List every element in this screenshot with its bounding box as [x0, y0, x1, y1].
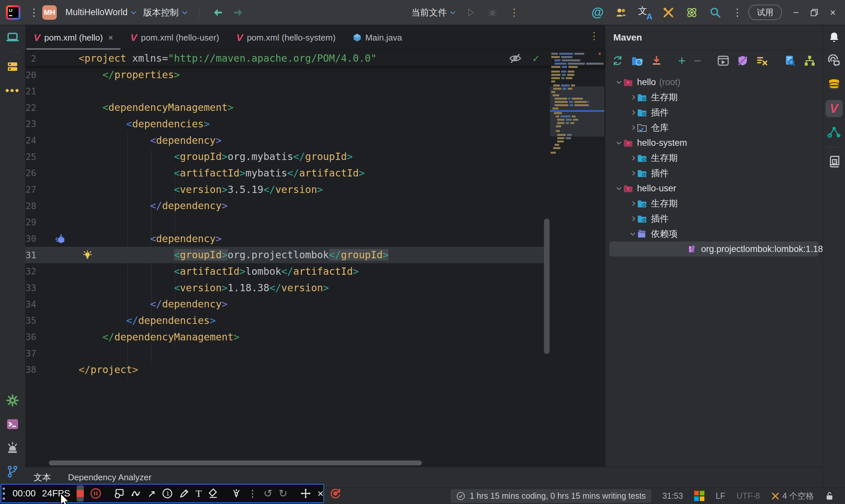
show-dependency-tree-icon[interactable] — [804, 55, 816, 67]
tree-chevron-icon[interactable] — [615, 142, 623, 144]
redo-icon[interactable]: ↻ — [279, 487, 287, 500]
code-line[interactable]: 21 — [25, 83, 544, 100]
settings-icon[interactable] — [4, 392, 21, 409]
code-line[interactable]: 25 <groupId>org.mybatis</groupId> — [25, 148, 544, 165]
forward-icon[interactable] — [232, 7, 244, 18]
move-toolbar-icon[interactable] — [300, 488, 311, 499]
editor-tab[interactable]: Vpom.xml (hello-user) — [122, 25, 228, 50]
tree-chevron-icon[interactable] — [629, 202, 637, 205]
code-line[interactable]: 27 <version>3.5.19</version> — [25, 181, 544, 198]
arrow-tool-icon[interactable]: ↗ — [147, 488, 156, 499]
tree-chevron-icon[interactable] — [629, 156, 637, 160]
windows-logo-icon[interactable] — [694, 491, 704, 501]
code-line[interactable]: 29 — [25, 214, 544, 231]
maven-tree-item[interactable]: 插件 — [609, 105, 818, 120]
database-icon[interactable] — [826, 76, 843, 93]
dependency-gutter-icon[interactable] — [55, 233, 67, 245]
debug-icon[interactable] — [488, 7, 497, 17]
back-icon[interactable] — [213, 7, 224, 18]
more-actions-icon[interactable]: ⋮ — [733, 9, 737, 16]
no-problems-check-icon[interactable]: ✓ — [533, 52, 539, 65]
maven-tree-item[interactable]: 依赖项 — [609, 226, 818, 241]
maven-tree-item[interactable]: 生存期 — [609, 90, 818, 105]
session-timer[interactable]: 31:53 — [663, 491, 683, 501]
code-line[interactable]: 33 <version>1.18.38</version> — [25, 280, 544, 296]
run-configuration-selector[interactable]: 当前文件 — [411, 6, 454, 18]
main-menu-icon[interactable]: ⋮ — [29, 9, 34, 16]
run-maven-goal-icon[interactable] — [717, 55, 729, 67]
code-line[interactable]: 22 <dependencyManagement> — [25, 99, 544, 116]
number-badge-tool-icon[interactable]: 1 — [162, 488, 173, 499]
tree-chevron-icon[interactable] — [629, 96, 637, 99]
maven-tree-item[interactable]: 仓库 — [609, 120, 818, 135]
more-tool-windows-icon[interactable]: ••• — [4, 82, 21, 99]
remove-icon[interactable]: − — [693, 53, 701, 68]
code-line[interactable]: 24 <dependency> — [25, 132, 544, 149]
editor-tab[interactable]: Vpom.xml (hello-system) — [228, 25, 344, 50]
project-avatar[interactable]: MH — [42, 5, 57, 20]
generate-sources-folder-icon[interactable] — [631, 55, 643, 67]
code-line[interactable]: 31 <groupId>org.projectlombok</groupId> — [25, 247, 544, 263]
tools-icon[interactable] — [663, 6, 674, 18]
restart-recording-icon[interactable] — [330, 488, 341, 499]
stop-recording-button[interactable] — [76, 485, 84, 502]
code-line[interactable]: 32 <artifactId>lombok</artifactId> — [25, 263, 544, 280]
ai-assistant-icon[interactable]: @ — [592, 5, 604, 19]
code-line[interactable]: 35 </dependencies> — [25, 312, 544, 329]
reimport-icon[interactable] — [612, 55, 623, 66]
close-recorder-icon[interactable]: × — [318, 487, 324, 500]
lock-icon[interactable] — [825, 491, 834, 501]
run-icon[interactable] — [466, 7, 476, 17]
code-line[interactable]: 36 </dependencyManagement> — [25, 329, 544, 345]
code-line[interactable]: 34 </dependency> — [25, 296, 544, 312]
shape-tool-icon[interactable] — [114, 488, 124, 499]
skip-tests-icon[interactable] — [737, 55, 748, 66]
notifications-bell-icon[interactable] — [826, 29, 843, 46]
execute-goal-icon[interactable] — [756, 55, 768, 67]
share-nodes-icon[interactable] — [826, 124, 843, 141]
documentation-book-icon[interactable]: A — [826, 153, 843, 170]
maven-tree-item[interactable]: 生存期 — [609, 196, 818, 211]
indent-widget[interactable]: 4 个空格 — [771, 490, 814, 501]
search-everywhere-icon[interactable] — [709, 6, 721, 18]
tree-chevron-icon[interactable] — [629, 111, 637, 114]
vertical-scrollbar[interactable] — [544, 219, 550, 354]
code-line[interactable]: 28 </dependency> — [25, 198, 544, 214]
run-more-icon[interactable]: ⋮ — [509, 9, 514, 16]
maven-tree-item[interactable]: hello-user — [609, 181, 818, 196]
close-icon[interactable]: × — [830, 7, 836, 18]
tree-chevron-icon[interactable] — [615, 81, 623, 83]
project-view-icon[interactable] — [4, 29, 21, 46]
code-editor[interactable]: 20 </properties>2122 <dependencyManageme… — [25, 50, 605, 467]
minimize-icon[interactable]: − — [793, 7, 799, 18]
time-tracking-widget[interactable]: 1 hrs 15 mins coding, 0 hrs 15 mins writ… — [451, 489, 651, 503]
code-line[interactable]: 38</project> — [25, 361, 544, 378]
tree-chevron-icon[interactable] — [629, 126, 637, 129]
maven-tree-item[interactable]: hello-system — [609, 135, 818, 150]
trial-badge[interactable]: 试用 — [748, 5, 782, 20]
vcs-widget[interactable]: 版本控制 — [143, 6, 186, 18]
code-line[interactable]: 23 <dependencies> — [25, 116, 544, 132]
code-with-me-icon[interactable] — [615, 6, 627, 18]
ai-chat-icon[interactable] — [826, 52, 843, 70]
code-line[interactable]: 20 </properties> — [25, 67, 544, 83]
pause-recording-button[interactable] — [90, 488, 101, 499]
tree-chevron-icon[interactable] — [615, 187, 623, 189]
line-ending-widget[interactable]: LF — [716, 491, 725, 501]
eraser-tool-icon[interactable] — [208, 488, 218, 499]
editor-tab[interactable]: Vpom.xml (hello)× — [25, 25, 122, 50]
translate-icon[interactable]: 文 A — [638, 6, 651, 19]
code-line[interactable]: 30 <dependency> — [25, 231, 544, 247]
text-tool-icon[interactable]: T — [196, 488, 202, 499]
spotlight-tool-icon[interactable] — [231, 488, 242, 499]
add-icon[interactable]: + — [678, 53, 686, 68]
maven-tree-item[interactable]: 插件 — [609, 211, 818, 226]
git-icon[interactable] — [4, 463, 21, 480]
tree-chevron-icon[interactable] — [629, 172, 637, 175]
plugin-atom-icon[interactable] — [686, 6, 698, 19]
services-icon[interactable] — [4, 58, 21, 75]
pencil-tool-icon[interactable] — [179, 488, 190, 499]
maven-tree-item[interactable]: 生存期 — [609, 150, 818, 166]
intention-bulb-icon[interactable] — [83, 250, 92, 260]
project-switcher[interactable]: MultiHelloWorld — [65, 7, 135, 17]
